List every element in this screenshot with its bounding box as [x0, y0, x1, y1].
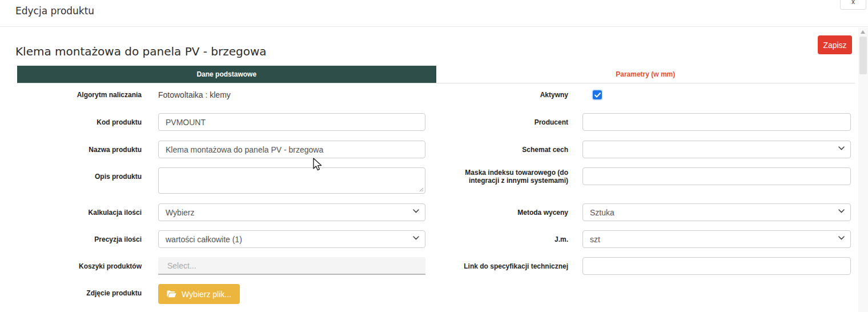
- aktywny-label: Aktywny: [444, 89, 582, 113]
- kod-label: Kod produktu: [0, 113, 143, 141]
- scrollbar-thumb[interactable]: [859, 37, 867, 74]
- scroll-up-arrow-icon[interactable]: [861, 30, 865, 34]
- page-title: Klema montażowa do panela PV - brzegowa: [15, 45, 267, 58]
- producent-input[interactable]: [582, 113, 851, 131]
- modal-title: Edycja produktu: [15, 5, 94, 17]
- nazwa-input[interactable]: [158, 141, 425, 158]
- resize-grip-icon[interactable]: [419, 187, 424, 192]
- chevron-down-icon: [838, 146, 845, 150]
- jm-label: J.m.: [444, 230, 582, 257]
- algorytm-label: Algorytm naliczania: [0, 89, 143, 113]
- koszyki-label: Koszyki produktów: [0, 257, 143, 284]
- tab-bar: Dane podstawowe Parametry (w mm): [17, 66, 855, 83]
- save-button[interactable]: Zapisz: [818, 35, 852, 54]
- product-form: Algorytm naliczania Fotowoltaika : klemy…: [0, 89, 855, 307]
- chevron-down-icon: [413, 236, 419, 240]
- opis-label: Opis produktu: [0, 167, 143, 203]
- choose-file-button[interactable]: Wybierz plik...: [158, 284, 240, 304]
- precyzja-label: Precyzja ilości: [0, 230, 143, 257]
- chevron-down-icon: [838, 236, 845, 240]
- zdjecie-label: Zdjęcie produktu: [0, 284, 143, 307]
- precyzja-select[interactable]: wartości całkowite (1): [158, 230, 425, 248]
- maska-label: Maska indeksu towarowego (do integracji …: [444, 167, 582, 203]
- metoda-label: Metoda wyceny: [444, 203, 582, 230]
- producent-label: Producent: [444, 113, 582, 141]
- metoda-select[interactable]: Sztuka: [582, 203, 851, 221]
- maska-input[interactable]: [582, 167, 851, 185]
- jm-select[interactable]: szt: [582, 230, 851, 248]
- vertical-scrollbar[interactable]: [858, 27, 868, 312]
- tab-dane-podstawowe[interactable]: Dane podstawowe: [17, 66, 436, 83]
- opis-textarea[interactable]: [158, 167, 425, 194]
- kalkulacja-select[interactable]: Wybierz: [158, 203, 425, 221]
- kalkulacja-label: Kalkulacja ilości: [0, 203, 143, 230]
- close-icon: x: [851, 0, 855, 6]
- close-button[interactable]: x: [840, 0, 866, 10]
- aktywny-checkbox[interactable]: [593, 90, 602, 99]
- kod-input[interactable]: [158, 113, 425, 131]
- link-input[interactable]: [582, 257, 851, 275]
- link-label: Link do specyfikacji technicznej: [444, 257, 582, 284]
- folder-open-icon: [167, 290, 176, 298]
- checkmark-icon: [594, 93, 601, 98]
- schemat-select[interactable]: [582, 141, 851, 158]
- schemat-label: Schemat cech: [444, 141, 582, 167]
- algorytm-value: Fotowoltaika : klemy: [158, 89, 425, 99]
- nazwa-label: Nazwa produktu: [0, 141, 143, 167]
- modal-header: Edycja produktu: [0, 0, 868, 27]
- chevron-down-icon: [413, 209, 419, 213]
- koszyki-multiselect[interactable]: Select...: [158, 257, 425, 275]
- chevron-down-icon: [838, 209, 845, 213]
- tab-parametry[interactable]: Parametry (w mm): [436, 66, 855, 83]
